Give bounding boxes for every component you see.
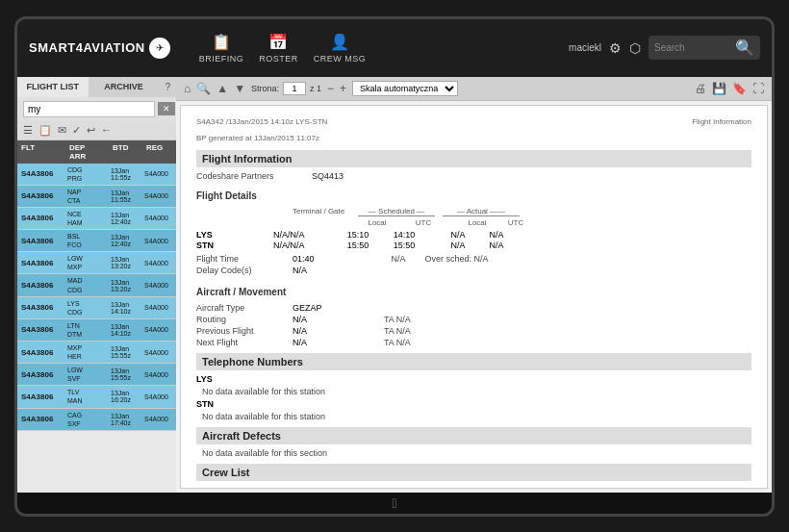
doc-content: Flight Information S4A342 /13Jan/2015 14…: [180, 105, 768, 489]
sidebar-search-button[interactable]: ✕: [158, 102, 175, 115]
col-reg: REG: [142, 143, 176, 161]
flight-info-label: Flight Information: [692, 117, 751, 126]
next-flight-label: Next Flight: [196, 338, 293, 347]
user-name: maciekl: [569, 42, 601, 53]
flight-reg: S4A000: [142, 258, 176, 268]
toolbar-copy-icon[interactable]: 📋: [38, 124, 52, 137]
utc-header-1: UTC: [404, 218, 443, 227]
flight-rows: S4A3806 CDGPRG 13Jan11:55z S4A000 S4A380…: [17, 164, 176, 493]
actual-header: — Actual ——: [443, 207, 520, 216]
flight-row[interactable]: S4A3806 LGWSVF 13Jan15:55z S4A000: [17, 364, 176, 386]
top-nav: SMART4AVIATION ✈ 📋 BRIEFING 📅 ROSTER 👤 C…: [17, 19, 772, 77]
doc-toolbar: ⌂ 🔍 ▲ ▼ Strona: z 1 − + Skala automatycz…: [176, 77, 772, 101]
flight-row[interactable]: S4A3806 BSLFCO 13Jan12:40z S4A000: [17, 230, 176, 252]
print-icon[interactable]: 🖨: [695, 82, 706, 95]
doc-meta: S4A342 /13Jan/2015 14:10z LYS-STN: [196, 117, 751, 126]
roster-label: ROSTER: [259, 54, 298, 63]
prev-flight-label: Previous Flight: [196, 326, 293, 336]
station-stn-name: STN: [196, 241, 235, 250]
flight-number: S4A3806: [17, 279, 65, 291]
tab-archive[interactable]: ARCHIVE: [89, 77, 160, 97]
page-input[interactable]: [283, 82, 306, 95]
prev-flight-ta: TA N/A: [384, 326, 411, 336]
flight-row[interactable]: S4A3806 NCEHAM 13Jan12:40z S4A000: [17, 208, 176, 230]
flight-btd: 13Jan15:55z: [109, 343, 142, 361]
flight-btd: 13Jan14:10z: [109, 321, 142, 339]
telephone-numbers-section: Telephone Numbers: [196, 353, 751, 370]
spacer-header: [293, 218, 350, 227]
page-label: Strona:: [251, 84, 279, 93]
flight-number: S4A3806: [17, 257, 65, 269]
doc-down-icon[interactable]: ▼: [234, 82, 245, 95]
flight-reg: S4A000: [142, 302, 176, 313]
search-input[interactable]: [654, 42, 731, 53]
device-frame: SMART4AVIATION ✈ 📋 BRIEFING 📅 ROSTER 👤 C…: [14, 16, 775, 517]
flight-reg: S4A000: [142, 414, 176, 424]
doc-home-icon[interactable]: ⌂: [184, 82, 191, 95]
sidebar-search-input[interactable]: [23, 101, 155, 117]
next-flight-value: N/A: [293, 338, 307, 347]
bookmark-icon[interactable]: 🔖: [732, 82, 747, 95]
nav-roster[interactable]: 📅 ROSTER: [259, 33, 298, 63]
flight-dep-arr: CDGPRG: [65, 164, 109, 185]
prev-flight-value: N/A: [293, 326, 307, 336]
tab-flight-list[interactable]: FLIGHT LIST: [17, 77, 89, 97]
col-dep-arr: DEPARR: [65, 143, 109, 161]
flight-time-label: Flight Time: [196, 254, 293, 264]
briefing-icon: 📋: [212, 33, 231, 51]
toolbar-mail-icon[interactable]: ✉: [58, 124, 66, 137]
flight-number: S4A3806: [17, 368, 65, 381]
flight-row[interactable]: S4A3806 TLVMAN 13Jan16:20z S4A000: [17, 386, 176, 408]
flight-dep-arr: CAGSXF: [65, 409, 109, 430]
help-button[interactable]: ?: [159, 77, 176, 97]
terminal-gate-header: Terminal / Gate: [293, 207, 350, 216]
flight-row[interactable]: S4A3806 MXPHER 13Jan15:55z S4A000: [17, 342, 176, 364]
delay-codes-value: N/A: [293, 266, 307, 275]
flight-reg: S4A000: [142, 236, 176, 246]
doc-search-icon[interactable]: 🔍: [196, 82, 211, 95]
zoom-select[interactable]: Skala automatyczna: [352, 81, 458, 96]
delay-codes-row: Delay Code(s) N/A: [196, 266, 751, 275]
main-content: FLIGHT LIST ARCHIVE ? ✕ ☰ 📋 ✉ ✓ ↩ ← FLT …: [17, 77, 772, 493]
flight-row[interactable]: S4A3806 CDGPRG 13Jan11:55z S4A000: [17, 164, 176, 186]
toolbar-refresh-icon[interactable]: ↩: [87, 124, 95, 137]
sidebar-tabs: FLIGHT LIST ARCHIVE ?: [17, 77, 176, 97]
flight-row[interactable]: S4A3806 NAPCTA 13Jan11:55z S4A000: [17, 186, 176, 208]
station-lys-act-utc: N/A: [477, 230, 516, 240]
tel-lys-value: No data available for this station: [202, 387, 751, 396]
aircraft-defects-no-data: No data available for this section: [202, 448, 751, 458]
flight-number: S4A3806: [17, 391, 65, 403]
doc-up-icon[interactable]: ▲: [216, 82, 228, 95]
flight-row[interactable]: S4A3806 MADCDG 13Jan13:20z S4A000: [17, 274, 176, 296]
flight-row[interactable]: S4A3806 LYSCDG 13Jan14:10z S4A000: [17, 297, 176, 319]
doc-meta-bp: BP generated at 13Jan/2015 11:07z: [196, 134, 751, 142]
toolbar-check-icon[interactable]: ✓: [72, 124, 81, 137]
toolbar-back-icon[interactable]: ←: [101, 124, 112, 136]
page-info: Strona: z 1: [251, 82, 321, 95]
station-lys-name: LYS: [196, 230, 235, 240]
fullscreen-icon[interactable]: ⛶: [752, 82, 764, 95]
roster-icon: 📅: [268, 33, 288, 51]
bottom-bar: : [17, 493, 772, 514]
flight-reg: S4A000: [142, 369, 176, 380]
flight-btd: 13Jan11:55z: [109, 188, 142, 205]
crew-msg-label: CREW MSG: [314, 54, 367, 63]
briefing-label: BRIEFING: [199, 54, 244, 63]
scheduled-header: — Scheduled —: [358, 207, 435, 216]
doc-area: ⌂ 🔍 ▲ ▼ Strona: z 1 − + Skala automatycz…: [176, 77, 772, 493]
flight-row[interactable]: S4A3806 LGWMXP 13Jan13:20z S4A000: [17, 252, 176, 274]
flight-dep-arr: TLVMAN: [65, 386, 109, 407]
tel-lys-label: LYS: [196, 374, 751, 384]
toolbar-list-icon[interactable]: ☰: [23, 124, 33, 137]
flight-row[interactable]: S4A3806 LTNDTM 13Jan14:10z S4A000: [17, 319, 176, 342]
nav-briefing[interactable]: 📋 BRIEFING: [199, 33, 244, 63]
local-header-1: Local: [358, 218, 396, 227]
doc-minus-icon[interactable]: −: [327, 82, 334, 95]
station-row-lys: LYS N/A/N/A 15:10 14:10 N/A N/A: [196, 230, 751, 240]
settings-icon[interactable]: ⚙: [609, 40, 622, 56]
doc-plus-icon[interactable]: +: [340, 82, 346, 95]
nav-crew-msg[interactable]: 👤 CREW MSG: [314, 33, 367, 63]
logout-icon[interactable]: ⬡: [629, 40, 641, 56]
download-icon[interactable]: 💾: [712, 82, 726, 95]
flight-row[interactable]: S4A3806 CAGSXF 13Jan17:40z S4A000: [17, 409, 176, 431]
